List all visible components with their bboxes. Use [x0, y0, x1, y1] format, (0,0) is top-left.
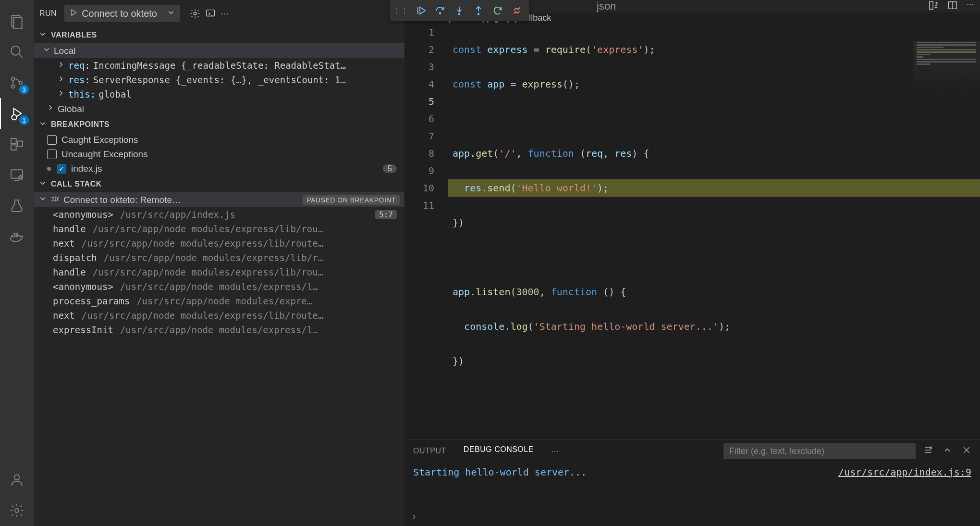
stack-frame[interactable]: process_params/usr/src/app/node_modules/…: [34, 294, 404, 308]
svg-rect-8: [11, 138, 16, 144]
chevron-down-icon: [38, 30, 47, 40]
svg-line-30: [58, 200, 59, 201]
svg-line-27: [52, 197, 53, 198]
console-source-link[interactable]: /usr/src/app/index.js:9: [838, 466, 971, 503]
breakpoints-section[interactable]: BREAKPOINTS: [34, 116, 404, 133]
more-icon[interactable]: ⋯: [967, 0, 974, 13]
collapse-icon[interactable]: [943, 445, 952, 457]
variable-row[interactable]: req: IncomingMessage {_readableState: Re…: [34, 58, 404, 73]
minimap[interactable]: [913, 41, 980, 137]
extensions-icon[interactable]: [0, 129, 34, 160]
step-over-button[interactable]: [430, 1, 450, 20]
svg-rect-9: [11, 145, 16, 150]
callstack-section[interactable]: CALL STACK: [34, 176, 404, 192]
breakpoint-uncaught-exceptions[interactable]: Uncaught Exceptions: [34, 147, 404, 162]
chevron-right-icon: [57, 89, 65, 100]
settings-gear-icon[interactable]: [0, 495, 34, 526]
debug-console-toggle-icon[interactable]: [205, 8, 216, 19]
debug-icon[interactable]: 1: [0, 98, 34, 129]
panel-tablist: OUTPUT DEBUG CONSOLE ⋯: [404, 439, 980, 463]
chevron-right-icon: [57, 75, 65, 85]
line-gutter: 1234 5 67891011: [404, 24, 448, 439]
variable-row[interactable]: res: ServerResponse {_events: {…}, _even…: [34, 73, 404, 87]
stack-frame[interactable]: next/usr/src/app/node_modules/express/li…: [34, 308, 404, 323]
tab-debug-console[interactable]: DEBUG CONSOLE: [464, 445, 534, 457]
stack-frame[interactable]: expressInit/usr/src/app/node_modules/exp…: [34, 323, 404, 337]
restart-button[interactable]: [488, 1, 507, 20]
split-editor-icon[interactable]: [947, 0, 958, 13]
console-input[interactable]: [404, 507, 980, 526]
debug-badge: 1: [19, 115, 29, 125]
checkbox[interactable]: [47, 150, 57, 159]
more-icon[interactable]: ⋯: [551, 447, 559, 456]
debug-sidebar: RUN Connect to okteto ⋯ VARIABLES Local …: [34, 0, 404, 526]
svg-point-4: [12, 77, 15, 81]
bottom-panel: OUTPUT DEBUG CONSOLE ⋯ Starting hello-wo…: [404, 439, 980, 526]
stack-frame[interactable]: <anonymous>/usr/src/app/node_modules/exp…: [34, 279, 404, 294]
svg-rect-33: [930, 1, 933, 10]
stack-frame[interactable]: handle/usr/src/app/node_modules/express/…: [34, 222, 404, 236]
more-icon[interactable]: ⋯: [220, 8, 229, 19]
stack-frame[interactable]: next/usr/src/app/node_modules/express/li…: [34, 236, 404, 250]
svg-point-5: [12, 85, 15, 88]
svg-point-7: [12, 115, 17, 120]
docker-icon[interactable]: [0, 221, 34, 252]
run-label: RUN: [39, 9, 57, 18]
search-icon[interactable]: [0, 37, 34, 67]
account-icon[interactable]: [0, 464, 34, 495]
checkbox[interactable]: [47, 135, 57, 145]
scm-badge: 3: [19, 85, 29, 94]
svg-point-44: [440, 13, 441, 14]
svg-rect-1: [13, 17, 22, 29]
code-editor[interactable]: 1234 5 67891011 const express = require(…: [404, 24, 980, 439]
debug-toolbar[interactable]: ⋮⋮: [390, 0, 529, 21]
breakpoint-file[interactable]: ✓ index.js 5: [34, 162, 404, 176]
editor-area: json ⋯ JS index.js › app.get('/') callba…: [404, 0, 980, 526]
console-output[interactable]: Starting hello-world server... /usr/src/…: [404, 463, 980, 507]
disconnect-button[interactable]: [507, 1, 527, 20]
svg-rect-24: [207, 10, 215, 16]
chevron-down-icon: [38, 119, 47, 130]
code-content[interactable]: const express = require('express'); cons…: [448, 24, 980, 439]
scm-icon[interactable]: 3: [0, 67, 34, 98]
svg-rect-16: [11, 235, 13, 237]
stack-frame[interactable]: dispatch/usr/src/app/node_modules/expres…: [34, 250, 404, 265]
config-name: Connect to okteto: [82, 8, 157, 19]
svg-point-22: [15, 509, 19, 513]
gear-icon[interactable]: [190, 8, 200, 19]
stack-frame[interactable]: <anonymous>/usr/src/app/index.js5:7: [34, 207, 404, 222]
close-icon[interactable]: [962, 445, 971, 457]
clear-console-icon[interactable]: [923, 445, 933, 457]
continue-button[interactable]: [411, 1, 430, 20]
debug-config-dropdown[interactable]: Connect to okteto: [64, 5, 180, 22]
callstack-session[interactable]: Connect to okteto: Remote… PAUSED ON BRE…: [34, 192, 404, 207]
filter-input[interactable]: [723, 443, 916, 459]
svg-rect-20: [16, 233, 18, 235]
checkbox-checked[interactable]: ✓: [57, 164, 66, 174]
breakpoint-caught-exceptions[interactable]: Caught Exceptions: [34, 133, 404, 147]
variables-global-scope[interactable]: Global: [34, 101, 404, 116]
tab-output[interactable]: OUTPUT: [413, 447, 446, 455]
drag-grip-icon[interactable]: ⋮⋮: [393, 6, 408, 15]
variables-local-scope[interactable]: Local: [34, 43, 404, 58]
variables-section[interactable]: VARIABLES: [34, 27, 404, 43]
compare-icon[interactable]: [928, 0, 939, 13]
step-out-button[interactable]: [469, 1, 488, 20]
svg-rect-17: [13, 235, 15, 237]
test-icon[interactable]: [0, 190, 34, 221]
bug-icon: [51, 194, 60, 205]
variable-row[interactable]: this: global: [34, 87, 404, 101]
stack-frame[interactable]: handle/usr/src/app/node_modules/express/…: [34, 265, 404, 279]
tab-partial[interactable]: json: [597, 0, 616, 13]
chevron-down-icon: [38, 179, 47, 189]
remote-explorer-icon[interactable]: [0, 160, 34, 190]
chevron-down-icon: [42, 45, 51, 56]
svg-point-48: [478, 13, 479, 15]
svg-line-3: [19, 54, 23, 58]
step-into-button[interactable]: [450, 1, 469, 20]
svg-rect-19: [13, 233, 15, 235]
explorer-icon[interactable]: [0, 6, 34, 37]
breakpoint-dot-icon: [47, 167, 51, 171]
svg-line-29: [52, 200, 53, 201]
svg-line-28: [58, 197, 59, 198]
